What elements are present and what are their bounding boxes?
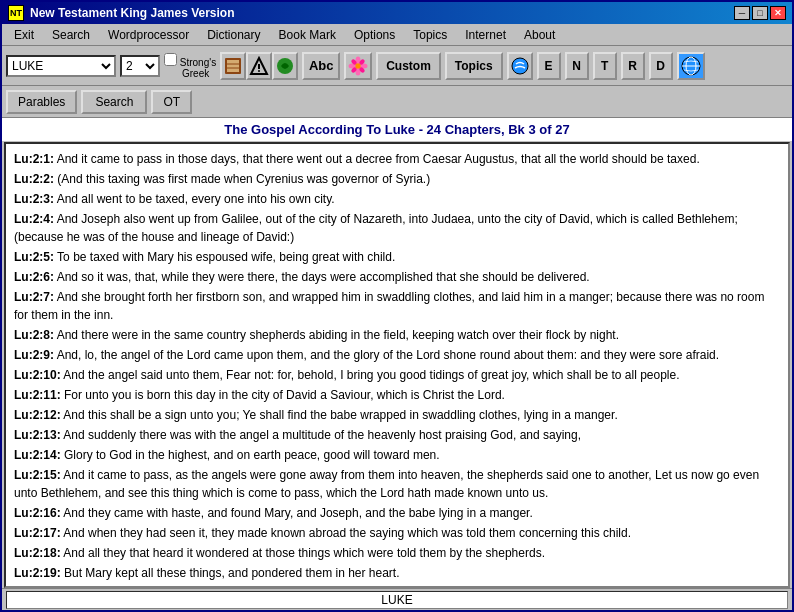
search-bar: Parables Search OT [2, 86, 792, 118]
table-row: Lu:2:1: And it came to pass in those day… [14, 150, 780, 168]
table-row: Lu:2:12: And this shall be a sign unto y… [14, 406, 780, 424]
strongs-label: Strong's [164, 53, 216, 68]
title-bar: NT New Testament King James Version ─ □ … [2, 2, 792, 24]
table-row: Lu:2:9: And, lo, the angel of the Lord c… [14, 346, 780, 364]
letter-t-button[interactable]: T [593, 52, 617, 80]
table-row: Lu:2:2: (And this taxing was first made … [14, 170, 780, 188]
table-row: Lu:2:4: And Joseph also went up from Gal… [14, 210, 780, 246]
content-area: The Gospel According To Luke - 24 Chapte… [2, 118, 792, 588]
chapter-selector[interactable]: 2 [120, 55, 160, 77]
toolbar-img-btn-1[interactable] [220, 52, 246, 80]
table-row: Lu:2:15: And it came to pass, as the ang… [14, 466, 780, 502]
strongs-group: Strong's Greek [164, 53, 216, 79]
menu-internet[interactable]: Internet [457, 26, 514, 44]
search-button[interactable]: Search [81, 90, 147, 114]
menu-topics[interactable]: Topics [405, 26, 455, 44]
table-row: Lu:2:18: And all they that heard it wond… [14, 544, 780, 562]
chapter-title: The Gospel According To Luke - 24 Chapte… [2, 118, 792, 142]
table-row: Lu:2:16: And they came with haste, and f… [14, 504, 780, 522]
table-row: Lu:2:19: But Mary kept all these things,… [14, 564, 780, 582]
svg-rect-1 [227, 60, 239, 72]
table-row: Lu:2:6: And so it was, that, while they … [14, 268, 780, 286]
main-window: NT New Testament King James Version ─ □ … [0, 0, 794, 612]
table-row: Lu:2:14: Glory to God in the highest, an… [14, 446, 780, 464]
table-row: Lu:2:10: And the angel said unto them, F… [14, 366, 780, 384]
icon-buttons-group [220, 52, 298, 80]
status-text: LUKE [6, 591, 788, 609]
custom-button[interactable]: Custom [376, 52, 441, 80]
parables-button[interactable]: Parables [6, 90, 77, 114]
menu-bookmark[interactable]: Book Mark [271, 26, 344, 44]
maximize-button[interactable]: □ [752, 6, 768, 20]
ot-button[interactable]: OT [151, 90, 192, 114]
table-row: Lu:2:13: And suddenly there was with the… [14, 426, 780, 444]
app-icon: NT [8, 5, 24, 21]
table-row: Lu:2:5: To be taxed with Mary his espous… [14, 248, 780, 266]
table-row: Lu:2:17: And when they had seen it, they… [14, 524, 780, 542]
table-row: Lu:2:3: And all went to be taxed, every … [14, 190, 780, 208]
table-row: Lu:2:7: And she brought forth her firstb… [14, 288, 780, 324]
topics-button[interactable]: Topics [445, 52, 503, 80]
minimize-button[interactable]: ─ [734, 6, 750, 20]
menu-dictionary[interactable]: Dictionary [199, 26, 268, 44]
letter-n-button[interactable]: N [565, 52, 589, 80]
toolbar: LUKE 2 Strong's Greek Abc [2, 46, 792, 86]
table-row: Lu:2:11: For unto you is born this day i… [14, 386, 780, 404]
table-row: Lu:2:8: And there were in the same count… [14, 326, 780, 344]
menu-options[interactable]: Options [346, 26, 403, 44]
abc-button[interactable]: Abc [302, 52, 340, 80]
menu-wordprocessor[interactable]: Wordprocessor [100, 26, 197, 44]
toolbar-img-btn-4[interactable] [507, 52, 533, 80]
title-bar-left: NT New Testament King James Version [8, 5, 235, 21]
toolbar-img-btn-3[interactable] [272, 52, 298, 80]
letter-r-button[interactable]: R [621, 52, 645, 80]
letter-e-button[interactable]: E [537, 52, 561, 80]
window-title: New Testament King James Version [30, 6, 235, 20]
title-bar-controls: ─ □ ✕ [734, 6, 786, 20]
status-bar: LUKE [2, 588, 792, 610]
menu-bar: Exit Search Wordprocessor Dictionary Boo… [2, 24, 792, 46]
flower-icon-button[interactable] [344, 52, 372, 80]
svg-point-6 [258, 70, 260, 72]
menu-exit[interactable]: Exit [6, 26, 42, 44]
globe-button[interactable] [677, 52, 705, 80]
book-selector[interactable]: LUKE [6, 55, 116, 77]
strongs-checkbox[interactable] [164, 53, 177, 66]
close-button[interactable]: ✕ [770, 6, 786, 20]
letter-d-button[interactable]: D [649, 52, 673, 80]
toolbar-img-btn-2[interactable] [246, 52, 272, 80]
menu-search[interactable]: Search [44, 26, 98, 44]
menu-about[interactable]: About [516, 26, 563, 44]
scripture-area[interactable]: Lu:2:1: And it came to pass in those day… [4, 142, 790, 588]
